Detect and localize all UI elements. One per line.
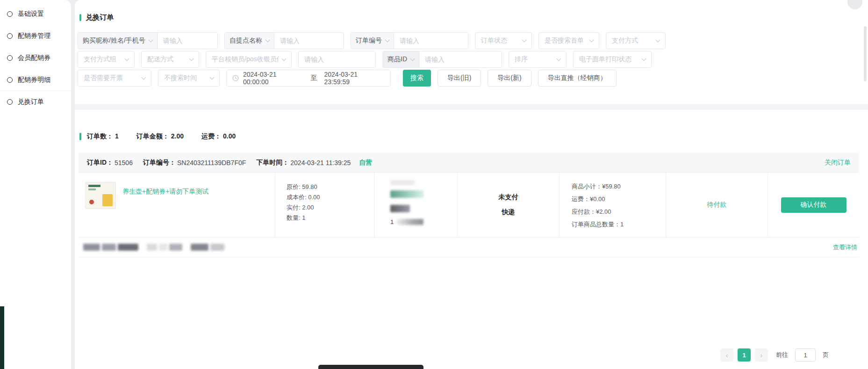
radio-circle-icon bbox=[7, 33, 13, 39]
order-no-filter-select-label: 订单编号 bbox=[356, 36, 382, 45]
invoice-select[interactable]: 是否需要开票 bbox=[78, 70, 151, 87]
pay-group-select[interactable]: 支付方式组 bbox=[78, 51, 135, 68]
view-details-link[interactable]: 查看详情 bbox=[833, 243, 857, 252]
sidebar-item-coupon-detail[interactable]: 配销券明细 bbox=[0, 69, 71, 91]
sidebar-item-coupon-management[interactable]: 配销券管理 bbox=[0, 25, 71, 47]
sidebar-item-member-coupon[interactable]: 会员配销券 bbox=[0, 47, 71, 69]
order-status-select-label: 订单状态 bbox=[481, 36, 507, 45]
pagination: ‹ 1 › 前往 页 bbox=[720, 348, 829, 362]
buyer-redacted-phone bbox=[390, 205, 410, 212]
eprint-status-select[interactable]: 电子面单打印状态 bbox=[573, 51, 652, 68]
close-order-link[interactable]: 关闭订单 bbox=[825, 159, 851, 167]
goto-page-input[interactable] bbox=[795, 348, 816, 362]
summary-order-amount-label: 订单金额： bbox=[136, 132, 169, 140]
pickup-filter-input[interactable] bbox=[274, 33, 344, 49]
totals-payable: 应付款：¥2.00 bbox=[572, 205, 666, 218]
date-range-picker[interactable]: 2024-03-21 00:00:00 至 2024-03-21 23:59:5… bbox=[226, 70, 391, 87]
sidebar: 基础设置 配销券管理 会员配销券 配销券明细 兑换订单 bbox=[0, 0, 71, 369]
export-direct-button[interactable]: 导出直推（经销商） bbox=[538, 70, 617, 87]
eprint-status-select-label: 电子面单打印状态 bbox=[579, 55, 631, 64]
buyer-filter-select[interactable]: 购买昵称/姓名/手机号 bbox=[78, 33, 158, 49]
order-card: 订单ID： 51506 订单编号： SN2403211139DB7F0F 下单时… bbox=[79, 153, 859, 257]
totals-cell: 商品小计：¥59.80 运费：¥0.00 应付款：¥2.00 订单商品总数量：1 bbox=[559, 173, 666, 237]
order-card-header: 订单ID： 51506 订单编号： SN2403211139DB7F0F 下单时… bbox=[79, 153, 859, 173]
time-mode-select[interactable]: 不搜索时间 bbox=[158, 70, 220, 87]
sidebar-item-basic-settings[interactable]: 基础设置 bbox=[0, 3, 71, 25]
order-state-badge: 待付款 bbox=[707, 201, 727, 209]
summary-order-count-value: 1 bbox=[115, 132, 119, 140]
sort-select[interactable]: 排序 bbox=[509, 51, 567, 68]
first-order-select[interactable]: 是否搜索首单 bbox=[538, 32, 599, 49]
product-id-filter-input[interactable] bbox=[419, 51, 502, 67]
sidebar-item-label: 基础设置 bbox=[18, 10, 44, 18]
date-range-start: 2024-03-21 00:00:00 bbox=[243, 71, 304, 86]
product-cell: 养生壶+配销券+请勿下单测试 bbox=[79, 173, 275, 237]
product-image[interactable] bbox=[85, 182, 116, 209]
delivery-select-label: 配送方式 bbox=[147, 55, 173, 64]
sidebar-item-label: 兑换订单 bbox=[18, 98, 44, 106]
order-no-filter-select[interactable]: 订单编号 bbox=[351, 33, 394, 49]
recipient-redacted-info bbox=[83, 244, 224, 251]
date-range-separator: 至 bbox=[310, 74, 317, 82]
chevron-down-icon bbox=[189, 56, 194, 61]
order-sn-label: 订单编号： bbox=[143, 159, 176, 167]
export-old-button[interactable]: 导出(旧) bbox=[438, 70, 481, 87]
order-time-value: 2024-03-21 11:39:25 bbox=[290, 159, 351, 166]
next-page-button[interactable]: › bbox=[755, 348, 768, 362]
sidebar-item-exchange-orders[interactable]: 兑换订单 bbox=[0, 91, 71, 113]
totals-freight: 运费：¥0.00 bbox=[572, 193, 666, 205]
current-page-button[interactable]: 1 bbox=[738, 348, 751, 362]
verifier-select[interactable]: 平台核销员/pos收银员信 bbox=[206, 51, 292, 68]
time-mode-select-label: 不搜索时间 bbox=[164, 74, 197, 82]
delivery-select[interactable]: 配送方式 bbox=[141, 51, 199, 68]
dock-indicator bbox=[318, 365, 423, 369]
state-cell: 待付款 bbox=[666, 173, 768, 237]
scrollbar-thumb[interactable] bbox=[864, 26, 867, 81]
chevron-down-icon bbox=[522, 37, 527, 42]
verifier-select-label: 平台核销员/pos收银员信 bbox=[212, 55, 279, 64]
buyer-filter: 购买昵称/姓名/手机号 bbox=[78, 32, 218, 49]
goto-page-label: 前往 bbox=[776, 351, 788, 359]
chevron-down-icon bbox=[282, 56, 287, 61]
title-accent-bar bbox=[79, 14, 81, 21]
order-no-filter-input[interactable] bbox=[394, 33, 468, 49]
summary-freight-value: 0.00 bbox=[223, 132, 236, 140]
date-range-end: 2024-03-21 23:59:59 bbox=[324, 71, 385, 86]
price-cell: 原价: 59.80 成本价: 0.00 实付: 2.00 数量: 1 bbox=[275, 173, 374, 237]
pay-group-select-label: 支付方式组 bbox=[84, 55, 116, 64]
product-name-link[interactable]: 养生壶+配销券+请勿下单测试 bbox=[122, 188, 208, 196]
page-title: 兑换订单 bbox=[79, 13, 859, 22]
radio-circle-icon bbox=[7, 77, 13, 83]
action-cell: 确认付款 bbox=[768, 173, 859, 237]
order-status-select[interactable]: 订单状态 bbox=[475, 32, 532, 49]
pay-method-select[interactable]: 支付方式 bbox=[606, 32, 666, 49]
verifier-input[interactable] bbox=[298, 51, 376, 68]
search-button[interactable]: 搜索 bbox=[403, 70, 431, 87]
page-unit-label: 页 bbox=[823, 351, 829, 359]
totals-quantity: 订单商品总数量：1 bbox=[572, 218, 666, 231]
sidebar-item-label: 会员配销券 bbox=[18, 54, 50, 62]
chevron-down-icon bbox=[210, 75, 215, 80]
prev-page-button[interactable]: ‹ bbox=[720, 348, 733, 362]
product-id-filter-select[interactable]: 商品ID bbox=[383, 51, 419, 67]
confirm-payment-button[interactable]: 确认付款 bbox=[781, 197, 846, 213]
product-id-filter-select-label: 商品ID bbox=[387, 55, 407, 64]
chevron-down-icon bbox=[410, 56, 415, 61]
status-cell: 未支付 快递 bbox=[457, 173, 559, 237]
buyer-filter-input[interactable] bbox=[158, 33, 217, 49]
summary-freight: 运费：0.00 bbox=[200, 132, 236, 141]
page-title-text: 兑换订单 bbox=[86, 13, 114, 22]
sidebar-item-label: 配销券明细 bbox=[18, 76, 50, 84]
first-order-select-label: 是否搜索首单 bbox=[545, 36, 584, 45]
radio-circle-icon bbox=[7, 99, 13, 105]
summary-order-amount-value: 2.00 bbox=[171, 132, 184, 140]
pickup-filter-select[interactable]: 自提点名称 bbox=[225, 33, 274, 49]
product-id-filter: 商品ID bbox=[382, 51, 502, 68]
radio-circle-icon bbox=[7, 55, 13, 61]
filter-row-2: 支付方式组 配送方式 平台核销员/pos收银员信 商品ID 排序 bbox=[78, 51, 859, 68]
app: { "colors": { "primary": "#2db893" }, "i… bbox=[0, 0, 868, 369]
buyer-filter-select-label: 购买昵称/姓名/手机号 bbox=[83, 36, 145, 45]
order-id-label: 订单ID： bbox=[87, 159, 113, 167]
export-new-button[interactable]: 导出(新) bbox=[488, 70, 531, 87]
buyer-qty-value: 1 bbox=[390, 218, 394, 225]
